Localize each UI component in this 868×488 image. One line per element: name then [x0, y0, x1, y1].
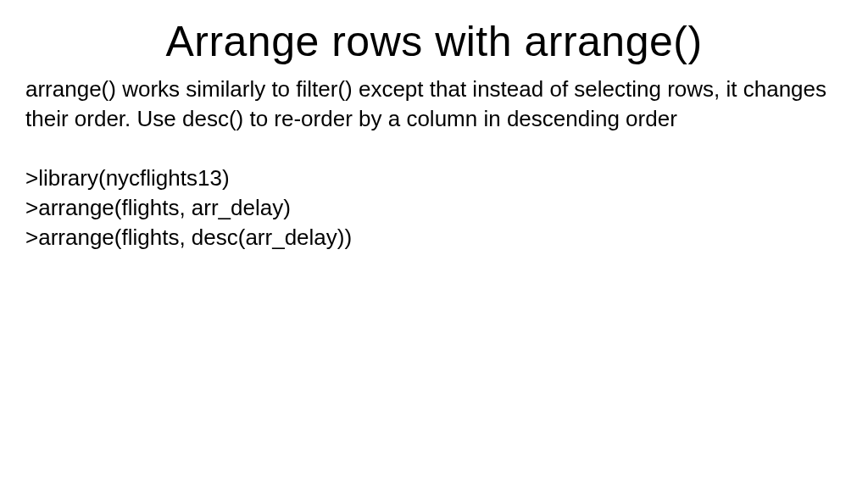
code-line-1: >library(nycflights13): [25, 164, 843, 193]
code-line-3: >arrange(flights, desc(arr_delay)): [25, 223, 843, 252]
code-block: >library(nycflights13) >arrange(flights,…: [25, 164, 843, 252]
slide-description: arrange() works similarly to filter() ex…: [25, 75, 843, 134]
slide-title: Arrange rows with arrange(): [25, 17, 843, 66]
code-line-2: >arrange(flights, arr_delay): [25, 193, 843, 223]
